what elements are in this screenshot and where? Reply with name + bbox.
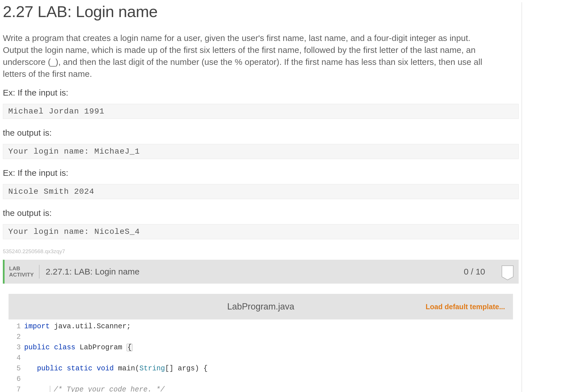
example1-input: Michael Jordan 1991 (3, 104, 519, 119)
line-number: 2 (16, 332, 21, 342)
example2-output: Your login name: NicoleS_4 (3, 224, 519, 239)
line-number: 1 (16, 321, 21, 332)
code-editor: LabProgram.java Load default template...… (3, 284, 519, 392)
example1-output-label: the output is: (3, 128, 519, 138)
example2-input: Nicole Smith 2024 (3, 184, 519, 199)
line-number: 5 (16, 363, 21, 374)
lab-activity-bar: LAB ACTIVITY 2.27.1: LAB: Login name 0 /… (3, 260, 519, 284)
example2-input-label: Ex: If the input is: (3, 168, 519, 178)
page-title: 2.27 LAB: Login name (3, 2, 519, 21)
bookmark-pocket-icon[interactable] (502, 265, 514, 280)
code-area[interactable]: 1 2 3 4 5 6 7 import java.util.Scanner; … (9, 319, 513, 392)
code-line[interactable]: public class LabProgram { (24, 342, 208, 353)
line-number: 3 (16, 342, 21, 353)
code-line[interactable]: public static void main(String[] args) { (24, 363, 208, 374)
problem-description: Write a program that creates a login nam… (3, 32, 498, 80)
load-default-template-link[interactable]: Load default template... (426, 303, 505, 311)
lab-badge-line2: ACTIVITY (9, 272, 34, 278)
example1-output: Your login name: MichaeJ_1 (3, 144, 519, 159)
editor-filename: LabProgram.java (227, 302, 294, 312)
lab-badge-line1: LAB (9, 265, 34, 272)
cursor-icon (50, 386, 50, 392)
code-line[interactable] (24, 332, 208, 342)
code-line[interactable]: import java.util.Scanner; (24, 321, 208, 332)
line-number: 4 (16, 353, 21, 363)
code-line[interactable]: /* Type your code here. */ (24, 384, 208, 392)
code-line[interactable] (24, 374, 208, 384)
line-number: 6 (16, 374, 21, 384)
code-line[interactable] (24, 353, 208, 363)
code-lines[interactable]: import java.util.Scanner; public class L… (24, 321, 208, 392)
example1-input-label: Ex: If the input is: (3, 88, 519, 98)
line-number-gutter: 1 2 3 4 5 6 7 (9, 321, 24, 392)
footnote-id: 535240.2250568.qx3zqy7 (3, 248, 519, 255)
line-number: 7 (16, 384, 21, 392)
editor-header: LabProgram.java Load default template... (9, 294, 513, 319)
lab-activity-title: 2.27.1: LAB: Login name (40, 267, 464, 277)
lab-activity-badge: LAB ACTIVITY (5, 265, 40, 278)
lab-score: 0 / 10 (464, 267, 487, 277)
example2-output-label: the output is: (3, 208, 519, 218)
